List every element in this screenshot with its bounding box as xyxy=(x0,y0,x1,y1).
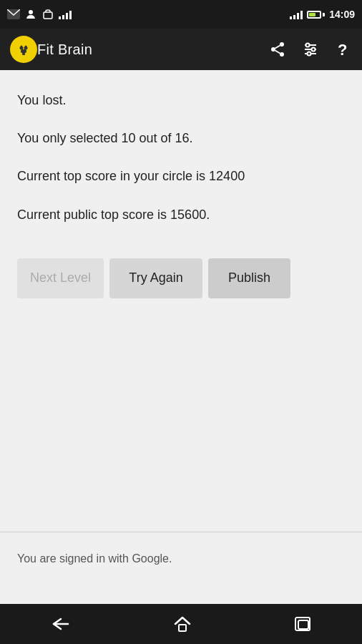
status-bar: 14:09 xyxy=(0,0,362,29)
filter-button[interactable] xyxy=(302,41,319,58)
svg-point-12 xyxy=(280,52,284,57)
svg-line-13 xyxy=(275,51,280,54)
svg-rect-2 xyxy=(44,12,52,19)
toolbar-icons: ? xyxy=(269,41,352,58)
result-section: You lost. You only selected 10 out of 16… xyxy=(0,70,362,532)
svg-rect-25 xyxy=(298,620,308,629)
status-bar-left xyxy=(7,9,72,19)
publish-button[interactable]: Publish xyxy=(208,258,290,298)
selected-message: You only selected 10 out of 16. xyxy=(17,130,345,147)
person-icon xyxy=(24,9,37,19)
svg-point-20 xyxy=(308,52,311,56)
status-bar-right: 14:09 xyxy=(290,9,355,20)
svg-rect-7 xyxy=(22,53,25,55)
svg-line-14 xyxy=(275,46,280,49)
svg-rect-6 xyxy=(21,49,26,53)
svg-rect-23 xyxy=(179,625,186,631)
svg-text:?: ? xyxy=(338,41,347,58)
toolbar-title: Fit Brain xyxy=(37,42,269,58)
svg-point-19 xyxy=(312,48,315,52)
gmail-icon xyxy=(7,9,20,19)
next-level-button[interactable]: Next Level xyxy=(17,258,104,298)
briefcase-icon xyxy=(41,9,54,19)
action-buttons-row: Next Level Try Again Publish xyxy=(17,258,345,298)
toolbar: Fit Brain ? xyxy=(0,29,362,70)
back-button[interactable] xyxy=(36,610,85,638)
network-signal-icon xyxy=(290,9,303,19)
signin-text: You are signed in with Google. xyxy=(17,552,345,565)
public-score-message: Current public top score is 15600. xyxy=(17,206,345,224)
svg-point-18 xyxy=(306,44,310,47)
lost-message: You lost. xyxy=(17,92,345,109)
svg-point-1 xyxy=(29,10,33,14)
home-button[interactable] xyxy=(159,610,206,638)
recents-button[interactable] xyxy=(280,610,326,638)
circle-score-message: Current top score in your circle is 1240… xyxy=(17,167,345,185)
svg-point-11 xyxy=(271,47,275,52)
main-content: You lost. You only selected 10 out of 16… xyxy=(0,70,362,604)
signal-bars-icon xyxy=(59,9,72,19)
share-button[interactable] xyxy=(269,41,286,58)
battery-icon xyxy=(307,11,325,19)
status-time: 14:09 xyxy=(329,9,355,20)
try-again-button[interactable]: Try Again xyxy=(109,258,202,298)
signin-section: You are signed in with Google. xyxy=(0,532,362,604)
bottom-nav xyxy=(0,604,362,644)
app-logo xyxy=(10,36,37,63)
help-button[interactable]: ? xyxy=(335,41,352,58)
svg-point-10 xyxy=(280,42,284,47)
